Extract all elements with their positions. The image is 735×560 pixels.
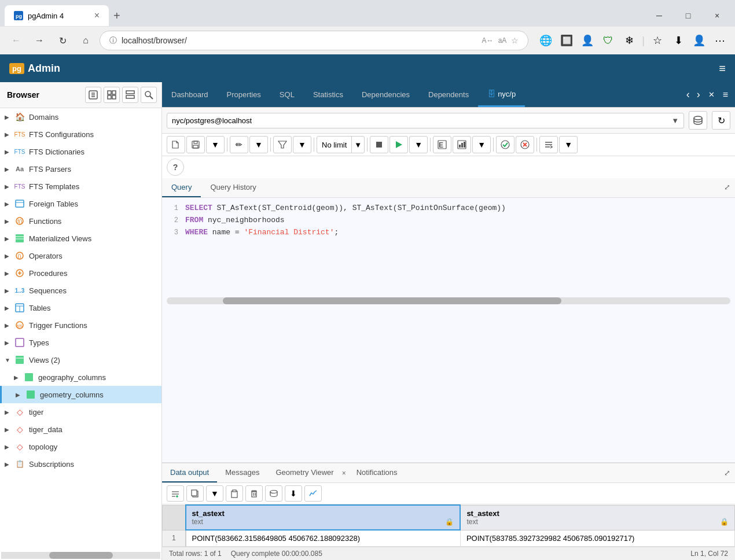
new-tab-button[interactable]: + (113, 9, 120, 23)
paste-btn[interactable] (226, 485, 243, 502)
close-button[interactable]: × (704, 5, 730, 26)
tree-item-procedures[interactable]: ▶ Procedures (0, 264, 161, 282)
filter-btn[interactable] (273, 136, 292, 153)
tree-item-tiger[interactable]: ▶ ◇ tiger (0, 403, 161, 421)
macros-btn[interactable] (539, 136, 558, 153)
sidebar-search-btn[interactable] (141, 87, 157, 103)
maximize-button[interactable]: □ (675, 5, 701, 26)
tree-item-subscriptions[interactable]: ▶ 📋 Subscriptions (0, 455, 161, 473)
tree-item-mat-views[interactable]: ▶ Materialized Views (0, 230, 161, 247)
download-icon[interactable]: ⬇ (670, 32, 686, 49)
tab-dashboard[interactable]: Dashboard (162, 83, 218, 106)
tree-item-operators[interactable]: ▶ () Operators (0, 247, 161, 264)
macros-dropdown-btn[interactable]: ▼ (559, 136, 578, 153)
tree-item-fts-dict[interactable]: ▶ FTS FTS Dictionaries (0, 143, 161, 160)
copy-dropdown-btn[interactable]: ▼ (206, 485, 223, 502)
tree-item-domains[interactable]: ▶ 🏠 Domains (0, 108, 161, 126)
explain-btn[interactable]: E (433, 136, 451, 153)
tab-dependents[interactable]: Dependents (419, 83, 478, 106)
hamburger-menu[interactable]: ≡ (719, 62, 726, 75)
explain-analyze-btn[interactable] (453, 136, 471, 153)
tree-item-foreign-tables[interactable]: ▶ Foreign Tables (0, 195, 161, 212)
row-limit-arrow[interactable]: ▼ (351, 137, 364, 153)
save-dropdown-btn[interactable]: ▼ (206, 136, 225, 153)
download-btn[interactable]: ⬇ (285, 485, 302, 502)
save-file-btn[interactable] (186, 136, 205, 153)
address-field[interactable]: ⓘ localhost/browser/ A↔ aA ☆ (100, 31, 528, 50)
tab-close-button[interactable]: × (94, 10, 100, 21)
tree-item-types[interactable]: ▶ Types (0, 334, 161, 351)
tree-item-tiger-data[interactable]: ▶ ◇ tiger_data (0, 421, 161, 438)
tree-item-sequences[interactable]: ▶ 1..3 Sequences (0, 282, 161, 299)
geometry-viewer-close[interactable]: × (340, 468, 348, 478)
help-button[interactable]: ? (167, 159, 184, 176)
browser-ext-2[interactable]: 🔲 (558, 32, 575, 49)
copy-btn[interactable] (186, 485, 204, 502)
tab-dependencies[interactable]: Dependencies (352, 83, 419, 106)
sidebar-list-view-btn[interactable] (122, 87, 138, 103)
edit-dropdown-btn[interactable]: ▼ (249, 136, 268, 153)
tree-item-fts-parsers[interactable]: ▶ Aa FTS Parsers (0, 160, 161, 178)
tree-item-tables[interactable]: ▶ Tables (0, 299, 161, 316)
cell-col1-row1[interactable]: POINT(583662.3158649805 4506762.18809232… (186, 530, 461, 547)
home-button[interactable]: ⌂ (76, 31, 95, 50)
save-data-btn[interactable] (265, 485, 282, 502)
back-button[interactable]: ← (7, 31, 25, 50)
tab-query[interactable]: 🗄 nyc/p (478, 82, 525, 107)
tree-item-topology[interactable]: ▶ ◇ topology (0, 438, 161, 455)
filter-dropdown-btn[interactable]: ▼ (293, 136, 311, 153)
more-tabs-btn[interactable]: ≡ (721, 87, 730, 102)
geometry-viewer-tab[interactable]: Geometry Viewer (267, 463, 341, 482)
delete-row-btn[interactable] (245, 485, 263, 502)
sidebar-grid-view-btn[interactable] (104, 87, 120, 103)
tree-item-trigger-functions[interactable]: ▶ f(t) Trigger Functions (0, 316, 161, 334)
cell-col2-row1[interactable]: POINT(583785.3927329982 4506785.09019271… (460, 530, 734, 547)
connection-selector[interactable]: nyc/postgres@localhost ▼ (167, 113, 684, 128)
edit-btn[interactable]: ✏ (230, 136, 248, 153)
rollback-btn[interactable] (516, 136, 534, 153)
tab-sql[interactable]: SQL (270, 83, 304, 106)
sidebar-scrollbar[interactable] (1, 552, 160, 559)
col-header-st-astext-1[interactable]: st_astext text 🔒 (186, 505, 461, 530)
reload-connection-btn[interactable]: ↻ (712, 111, 730, 130)
reload-button[interactable]: ↻ (53, 31, 72, 50)
explain-dropdown-btn[interactable]: ▼ (472, 136, 491, 153)
code-editor[interactable]: 1 SELECT ST_AsText(ST_Centroid(geom)), S… (162, 198, 735, 463)
profile-icon[interactable]: 👤 (691, 32, 707, 49)
tree-item-geography-columns[interactable]: ▶ geography_columns (0, 369, 161, 386)
query-history-tab[interactable]: Query History (201, 178, 265, 197)
fullscreen-btn[interactable]: ⤢ (719, 178, 735, 197)
tree-item-functions[interactable]: ▶ f() Functions (0, 212, 161, 230)
tab-nav-prev[interactable]: ‹ (684, 86, 692, 103)
commit-btn[interactable] (496, 136, 514, 153)
browser-ext-1[interactable]: 🌐 (538, 32, 554, 49)
run-btn[interactable] (389, 136, 408, 153)
tab-statistics[interactable]: Statistics (304, 83, 352, 106)
open-file-btn[interactable] (167, 136, 185, 153)
close-tab-btn[interactable]: ✕ (705, 88, 718, 101)
connection-db-btn[interactable] (689, 111, 707, 130)
messages-tab[interactable]: Messages (217, 463, 267, 482)
browser-ext-5[interactable]: ❄ (621, 32, 637, 49)
favorites-icon[interactable]: ☆ (649, 32, 666, 49)
editor-horizontal-scrollbar[interactable] (167, 297, 730, 304)
row-limit-dropdown[interactable]: No limit ▼ (317, 136, 365, 153)
tree-item-views[interactable]: ▼ Views (2) (0, 351, 161, 369)
results-fullscreen-btn[interactable]: ⤢ (719, 464, 735, 482)
add-row-btn[interactable] (167, 485, 184, 502)
tab-nav-next[interactable]: › (694, 86, 703, 103)
sidebar-object-properties-btn[interactable] (85, 87, 101, 103)
graph-btn[interactable] (304, 485, 322, 502)
query-tab[interactable]: Query (162, 178, 201, 197)
tree-item-fts-config[interactable]: ▶ FTS FTS Configurations (0, 126, 161, 143)
tab-properties[interactable]: Properties (218, 83, 270, 106)
notifications-tab[interactable]: Notifications (348, 463, 406, 482)
settings-icon[interactable]: ⋯ (712, 32, 728, 49)
browser-tab[interactable]: pg pgAdmin 4 × (5, 5, 109, 26)
run-dropdown-btn[interactable]: ▼ (409, 136, 428, 153)
browser-ext-3[interactable]: 👤 (579, 32, 596, 49)
stop-btn[interactable] (370, 136, 388, 153)
tree-item-fts-templates[interactable]: ▶ FTS FTS Templates (0, 178, 161, 195)
minimize-button[interactable]: ─ (646, 5, 672, 26)
tree-item-geometry-columns[interactable]: ▶ geometry_columns (0, 386, 161, 403)
